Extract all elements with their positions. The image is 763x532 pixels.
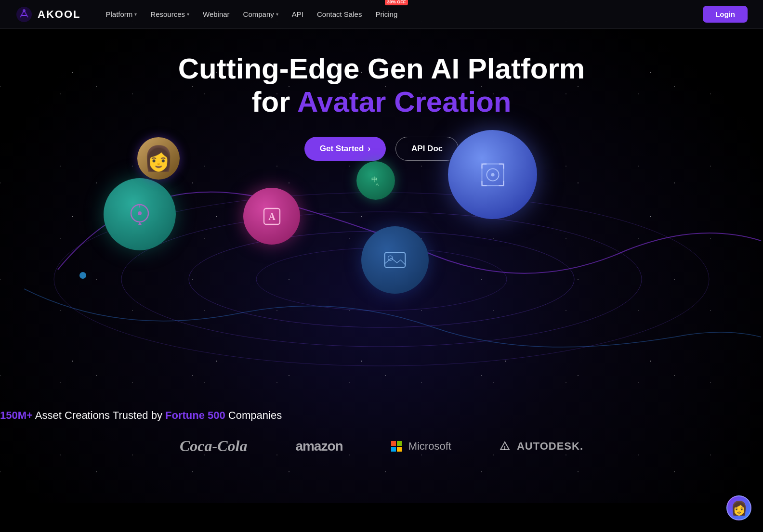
svg-point-1 (23, 9, 26, 12)
brand-cocacola: Coca-Cola (180, 437, 247, 455)
brand-logos-row: Coca-Cola amazon Microsoft AUTOD (0, 437, 763, 455)
trust-number: 150M+ (0, 409, 33, 421)
chevron-icon: ▾ (276, 12, 278, 17)
logo-text: AKOOL (38, 8, 80, 21)
user-avatar-corner[interactable]: 👩 (726, 495, 751, 520)
pricing-badge: 30% OFF (385, 0, 408, 5)
nav-item-contact-sales[interactable]: Contact Sales (311, 7, 368, 21)
planet-teal-small: 中 A (356, 161, 395, 200)
portrait-float: 👩 (137, 137, 180, 180)
trust-section: 150M+ Asset Creations Trusted by Fortune… (0, 409, 763, 455)
logo[interactable]: AKOOL (15, 6, 80, 23)
chevron-icon: ▾ (187, 12, 189, 17)
svg-text:A: A (268, 211, 276, 221)
fortune-500: Fortune 500 (165, 409, 225, 421)
login-button[interactable]: Login (703, 6, 748, 23)
svg-point-16 (491, 173, 494, 176)
avatar-emoji: 👩 (731, 500, 748, 516)
svg-point-18 (388, 256, 393, 260)
hero-title-line1: Cutting-Edge Gen AI Platform (0, 53, 763, 85)
planet-pink-medium: A (243, 188, 300, 245)
autodesk-icon (500, 441, 510, 452)
brand-amazon: amazon (295, 439, 342, 454)
svg-rect-17 (385, 253, 406, 268)
arrow-icon: › (368, 144, 370, 154)
planet-blue-large (448, 130, 537, 219)
planet-icon-translate: 中 A (367, 171, 385, 190)
portrait-emoji: 👩 (144, 144, 173, 172)
nav-item-platform[interactable]: Platform ▾ (100, 7, 143, 21)
hero-content: Cutting-Edge Gen AI Platform for Avatar … (0, 29, 763, 161)
svg-point-0 (16, 7, 32, 22)
nav-links: Platform ▾ Resources ▾ Webinar Company ▾… (100, 7, 703, 21)
microsoft-grid-icon (391, 441, 402, 452)
navbar: AKOOL Platform ▾ Resources ▾ Webinar Com… (0, 0, 763, 29)
nav-item-company[interactable]: Company ▾ (237, 7, 284, 21)
nav-item-pricing[interactable]: Pricing 30% OFF (369, 7, 403, 21)
planet-teal-large (104, 178, 176, 250)
hero-buttons: Get Started › API Doc (0, 137, 763, 161)
get-started-button[interactable]: Get Started › (304, 137, 386, 161)
svg-point-6 (79, 272, 86, 279)
nav-item-resources[interactable]: Resources ▾ (145, 7, 195, 21)
planet-icon-text: A (259, 203, 285, 230)
svg-point-8 (138, 211, 142, 215)
planet-icon-chat (125, 200, 154, 229)
chevron-icon: ▾ (134, 12, 137, 17)
hero-section: Cutting-Edge Gen AI Platform for Avatar … (0, 0, 763, 503)
planet-icon-face-scan (475, 157, 510, 192)
planet-blue-medium (361, 226, 429, 294)
api-doc-button[interactable]: API Doc (395, 137, 459, 161)
brand-autodesk: AUTODESK. (500, 440, 583, 453)
hero-title-accent: Avatar Creation (297, 86, 512, 118)
trust-stat: 150M+ Asset Creations Trusted by Fortune… (0, 409, 763, 422)
svg-text:A: A (376, 182, 379, 187)
logo-icon (15, 6, 33, 23)
hero-title-line2: for Avatar Creation (0, 85, 763, 119)
planet-icon-image (381, 246, 409, 274)
brand-microsoft: Microsoft (391, 440, 451, 453)
nav-item-api[interactable]: API (286, 7, 309, 21)
nav-item-webinar[interactable]: Webinar (197, 7, 236, 21)
